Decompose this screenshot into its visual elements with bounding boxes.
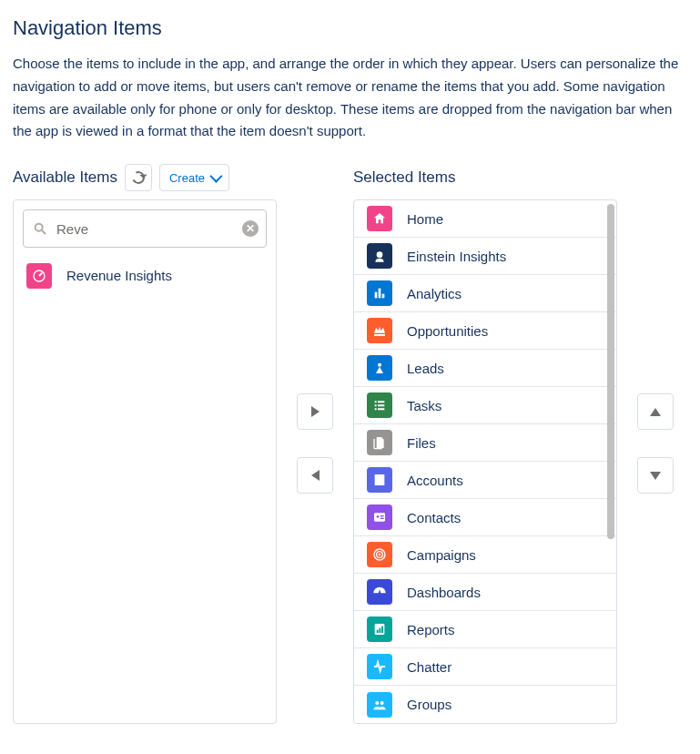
refresh-button[interactable] (125, 164, 152, 191)
groups-icon (367, 692, 392, 718)
remove-button[interactable] (297, 457, 333, 494)
page-description: Choose the items to include in the app, … (13, 53, 686, 143)
item-label: Reports (407, 622, 455, 637)
arrow-down-icon (650, 472, 661, 480)
files-icon (367, 430, 392, 455)
selected-item[interactable]: Tasks (354, 387, 616, 424)
selected-list: HomeEinstein InsightsAnalyticsOpportunit… (354, 200, 616, 723)
selected-item[interactable]: Opportunities (354, 312, 616, 350)
gauge-icon (26, 263, 52, 289)
item-label: Chatter (407, 659, 451, 675)
svg-rect-5 (379, 289, 381, 299)
svg-rect-8 (374, 513, 385, 521)
item-label: Revenue Insights (66, 268, 172, 283)
available-column: Available Items Create ✕ Revenue Insight… (13, 163, 277, 724)
item-label: Files (407, 435, 436, 451)
selected-item[interactable]: Einstein Insights (354, 238, 616, 275)
search-icon (33, 221, 47, 236)
close-icon: ✕ (246, 223, 255, 234)
item-label: Tasks (407, 398, 441, 413)
create-label: Create (169, 171, 205, 185)
selected-item[interactable]: Groups (354, 686, 616, 723)
selected-item[interactable]: Leads (354, 350, 616, 387)
id-icon (367, 504, 392, 530)
svg-point-14 (379, 554, 380, 555)
selected-panel: HomeEinstein InsightsAnalyticsOpportunit… (353, 199, 617, 724)
arrow-up-icon (650, 408, 661, 416)
target-icon (367, 542, 392, 567)
svg-rect-18 (381, 627, 383, 633)
crown-icon (367, 318, 392, 343)
dual-list: Available Items Create ✕ Revenue Insight… (13, 163, 687, 724)
item-label: Analytics (407, 286, 462, 301)
available-header: Available Items Create (13, 163, 277, 192)
move-down-button[interactable] (637, 457, 674, 494)
selected-heading: Selected Items (353, 168, 455, 187)
selected-item[interactable]: Contacts (354, 499, 616, 536)
reorder-controls (617, 163, 674, 724)
svg-line-1 (42, 230, 46, 234)
page-title: Navigation Items (13, 16, 687, 40)
svg-rect-10 (380, 515, 384, 516)
chart-icon (367, 280, 392, 306)
tasks-icon (367, 392, 392, 418)
selected-item[interactable]: Accounts (354, 462, 616, 499)
arrow-left-icon (311, 470, 320, 481)
available-item[interactable]: Revenue Insights (14, 257, 276, 294)
create-button[interactable]: Create (159, 164, 229, 191)
svg-point-7 (378, 363, 381, 367)
svg-point-20 (380, 701, 384, 705)
selected-column: Selected Items HomeEinstein InsightsAnal… (353, 163, 617, 724)
move-up-button[interactable] (637, 393, 674, 430)
arrow-right-icon (311, 406, 320, 417)
svg-point-0 (36, 224, 43, 231)
selected-item[interactable]: Campaigns (354, 536, 616, 574)
item-label: Accounts (407, 473, 463, 488)
home-icon (367, 206, 392, 231)
report-icon (367, 616, 392, 642)
scrollbar[interactable] (607, 204, 614, 719)
item-label: Groups (407, 697, 451, 712)
selected-header: Selected Items (353, 163, 617, 192)
svg-point-3 (377, 251, 383, 258)
scrollbar-thumb[interactable] (607, 204, 614, 539)
svg-rect-6 (382, 294, 385, 299)
svg-rect-17 (379, 628, 380, 633)
svg-rect-4 (375, 292, 378, 299)
selected-item[interactable]: Home (354, 200, 616, 238)
item-label: Contacts (407, 510, 461, 525)
selected-item[interactable]: Files (354, 424, 616, 462)
selected-item[interactable]: Chatter (354, 648, 616, 686)
einstein-icon (367, 243, 392, 269)
clear-search-button[interactable]: ✕ (242, 220, 259, 237)
selected-item[interactable]: Dashboards (354, 574, 616, 611)
building-icon (367, 467, 392, 493)
svg-rect-16 (377, 630, 379, 633)
chevron-down-icon (209, 170, 222, 183)
available-heading: Available Items (13, 168, 117, 187)
available-panel: ✕ Revenue Insights (13, 199, 277, 724)
dash-icon (367, 579, 392, 605)
selected-item[interactable]: Analytics (354, 275, 616, 312)
available-list: Revenue Insights (14, 257, 276, 723)
svg-rect-11 (380, 518, 384, 519)
add-button[interactable] (297, 393, 333, 430)
star-icon (367, 355, 392, 381)
item-label: Home (407, 211, 443, 227)
svg-point-9 (377, 515, 380, 518)
selected-item[interactable]: Reports (354, 611, 616, 648)
search-wrap: ✕ (14, 200, 276, 257)
item-label: Leads (407, 361, 444, 376)
refresh-icon (130, 169, 147, 186)
item-label: Dashboards (407, 585, 481, 600)
item-label: Einstein Insights (407, 249, 506, 264)
transfer-controls (277, 163, 353, 724)
search-input[interactable] (55, 220, 235, 238)
search-box: ✕ (23, 209, 267, 248)
item-label: Campaigns (407, 547, 476, 563)
pulse-icon (367, 654, 392, 679)
item-label: Opportunities (407, 323, 488, 339)
svg-point-19 (375, 701, 379, 705)
